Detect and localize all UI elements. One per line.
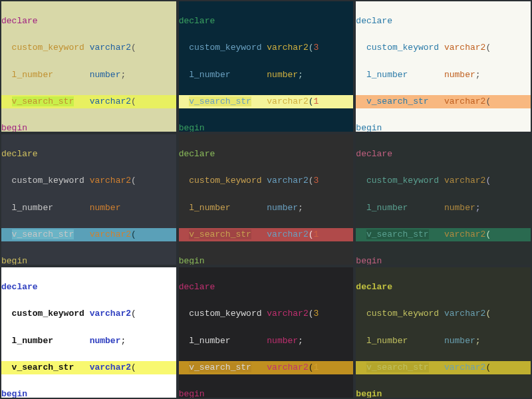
highlighted-line: v_search_str varchar2(1 [179,95,354,108]
theme-preview-1: declare custom_keyword varchar2(3 l_numb… [179,1,354,132]
type-varchar2: varchar2 [90,43,131,53]
theme-preview-4: declare custom_keyword varchar2(3 l_numb… [179,134,354,265]
highlighted-line: v_search_str varchar2(1 [179,228,354,241]
highlighted-line: v_search_str varchar2( [356,361,531,374]
highlighted-line: v_search_str varchar2( [1,228,176,241]
theme-preview-5: declare custom_keyword varchar2( l_numbe… [356,134,531,265]
highlighted-line: v_search_str varchar2( [1,361,176,374]
highlighted-line: v_search_str varchar2( [1,95,176,108]
theme-preview-7: declare custom_keyword varchar2(3 l_numb… [179,267,354,398]
highlighted-line: v_search_str varchar2(1 [179,361,354,374]
ident-lnumber: l_number [12,70,53,80]
highlighted-line: v_search_str varchar2( [356,95,531,108]
highlighted-line: v_search_str varchar2( [356,228,531,241]
theme-preview-0: declare custom_keyword varchar2( l_numbe… [1,1,176,132]
type-number: number [90,70,121,80]
kw-declare: declare [1,16,38,26]
ident-custom: custom_keyword [12,43,84,53]
theme-preview-2: declare custom_keyword varchar2( l_numbe… [356,1,531,132]
theme-preview-6: declare custom_keyword varchar2( l_numbe… [1,267,176,398]
theme-preview-3: declare custom_keyword varchar2( l_numbe… [1,134,176,265]
theme-preview-8: declare custom_keyword varchar2( l_numbe… [356,267,531,398]
kw-begin: begin [1,123,27,132]
